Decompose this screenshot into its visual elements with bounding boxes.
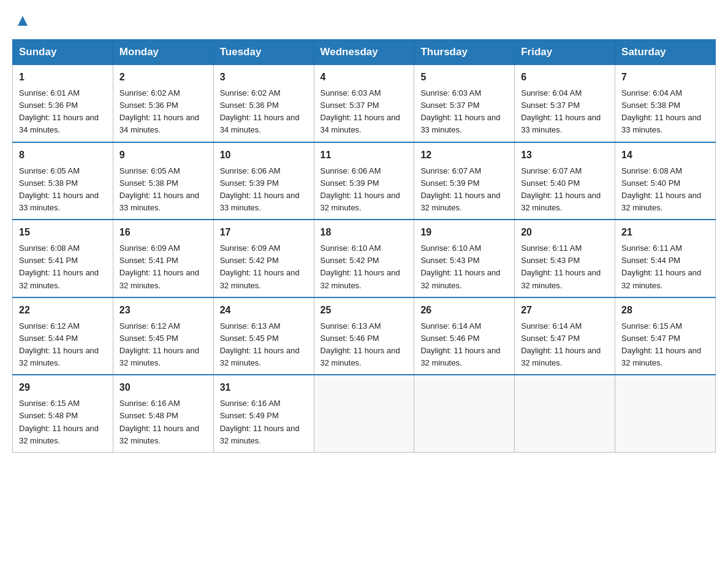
day-info: Sunrise: 6:03 AMSunset: 5:37 PMDaylight:… (320, 87, 408, 137)
calendar-day-cell: 30Sunrise: 6:16 AMSunset: 5:48 PMDayligh… (113, 375, 213, 452)
day-number: 25 (320, 303, 408, 318)
day-of-week-header: Wednesday (314, 40, 414, 65)
day-info: Sunrise: 6:16 AMSunset: 5:48 PMDaylight:… (119, 397, 207, 447)
day-number: 22 (19, 303, 107, 318)
calendar-day-cell: 31Sunrise: 6:16 AMSunset: 5:49 PMDayligh… (213, 375, 314, 452)
page-header (12, 12, 716, 28)
day-info: Sunrise: 6:12 AMSunset: 5:44 PMDaylight:… (19, 320, 107, 370)
day-info: Sunrise: 6:03 AMSunset: 5:37 PMDaylight:… (420, 87, 508, 137)
day-of-week-header: Friday (515, 40, 615, 65)
calendar-day-cell: 28Sunrise: 6:15 AMSunset: 5:47 PMDayligh… (615, 297, 716, 375)
day-number: 5 (420, 70, 508, 85)
day-number: 12 (420, 148, 508, 163)
day-number: 10 (220, 148, 308, 163)
day-of-week-header: Tuesday (213, 40, 314, 65)
calendar-week-row: 1Sunrise: 6:01 AMSunset: 5:36 PMDaylight… (13, 65, 716, 142)
calendar-day-cell (314, 375, 414, 452)
day-number: 29 (19, 380, 107, 395)
day-info: Sunrise: 6:09 AMSunset: 5:42 PMDaylight:… (220, 242, 308, 292)
day-info: Sunrise: 6:11 AMSunset: 5:44 PMDaylight:… (621, 242, 709, 292)
calendar-day-cell: 17Sunrise: 6:09 AMSunset: 5:42 PMDayligh… (213, 220, 314, 297)
day-number: 14 (621, 148, 709, 163)
day-number: 18 (320, 225, 408, 240)
day-info: Sunrise: 6:01 AMSunset: 5:36 PMDaylight:… (19, 87, 107, 137)
calendar-day-cell: 19Sunrise: 6:10 AMSunset: 5:43 PMDayligh… (414, 220, 515, 297)
svg-marker-0 (18, 16, 28, 26)
day-number: 6 (521, 70, 609, 85)
calendar-header-row: SundayMondayTuesdayWednesdayThursdayFrid… (13, 40, 716, 65)
calendar-day-cell: 26Sunrise: 6:14 AMSunset: 5:46 PMDayligh… (414, 297, 515, 375)
day-info: Sunrise: 6:04 AMSunset: 5:38 PMDaylight:… (621, 87, 709, 137)
day-info: Sunrise: 6:02 AMSunset: 5:36 PMDaylight:… (220, 87, 308, 137)
day-number: 2 (119, 70, 207, 85)
calendar-day-cell: 10Sunrise: 6:06 AMSunset: 5:39 PMDayligh… (213, 142, 314, 220)
day-number: 27 (521, 303, 609, 318)
day-number: 13 (521, 148, 609, 163)
calendar-week-row: 15Sunrise: 6:08 AMSunset: 5:41 PMDayligh… (13, 220, 716, 297)
calendar-day-cell: 14Sunrise: 6:08 AMSunset: 5:40 PMDayligh… (615, 142, 716, 220)
day-info: Sunrise: 6:16 AMSunset: 5:49 PMDaylight:… (220, 397, 308, 447)
calendar-day-cell (515, 375, 615, 452)
calendar-day-cell: 27Sunrise: 6:14 AMSunset: 5:47 PMDayligh… (515, 297, 615, 375)
day-number: 9 (119, 148, 207, 163)
day-number: 7 (621, 70, 709, 85)
day-info: Sunrise: 6:05 AMSunset: 5:38 PMDaylight:… (19, 165, 107, 215)
day-of-week-header: Thursday (414, 40, 515, 65)
day-number: 15 (19, 225, 107, 240)
calendar-day-cell: 3Sunrise: 6:02 AMSunset: 5:36 PMDaylight… (213, 65, 314, 142)
logo-triangle-icon (14, 11, 31, 28)
day-info: Sunrise: 6:11 AMSunset: 5:43 PMDaylight:… (521, 242, 609, 292)
calendar-day-cell: 8Sunrise: 6:05 AMSunset: 5:38 PMDaylight… (13, 142, 113, 220)
calendar-day-cell: 2Sunrise: 6:02 AMSunset: 5:36 PMDaylight… (113, 65, 213, 142)
day-number: 4 (320, 70, 408, 85)
day-number: 1 (19, 70, 107, 85)
calendar-week-row: 8Sunrise: 6:05 AMSunset: 5:38 PMDaylight… (13, 142, 716, 220)
logo (12, 12, 31, 28)
calendar-day-cell: 11Sunrise: 6:06 AMSunset: 5:39 PMDayligh… (314, 142, 414, 220)
day-info: Sunrise: 6:08 AMSunset: 5:41 PMDaylight:… (19, 242, 107, 292)
calendar-day-cell: 15Sunrise: 6:08 AMSunset: 5:41 PMDayligh… (13, 220, 113, 297)
day-info: Sunrise: 6:14 AMSunset: 5:46 PMDaylight:… (420, 320, 508, 370)
day-info: Sunrise: 6:04 AMSunset: 5:37 PMDaylight:… (521, 87, 609, 137)
calendar-day-cell: 6Sunrise: 6:04 AMSunset: 5:37 PMDaylight… (515, 65, 615, 142)
day-number: 19 (420, 225, 508, 240)
calendar-day-cell: 12Sunrise: 6:07 AMSunset: 5:39 PMDayligh… (414, 142, 515, 220)
calendar-week-row: 22Sunrise: 6:12 AMSunset: 5:44 PMDayligh… (13, 297, 716, 375)
calendar-day-cell: 1Sunrise: 6:01 AMSunset: 5:36 PMDaylight… (13, 65, 113, 142)
calendar-day-cell: 16Sunrise: 6:09 AMSunset: 5:41 PMDayligh… (113, 220, 213, 297)
day-number: 24 (220, 303, 308, 318)
day-info: Sunrise: 6:08 AMSunset: 5:40 PMDaylight:… (621, 165, 709, 215)
day-number: 30 (119, 380, 207, 395)
day-info: Sunrise: 6:07 AMSunset: 5:40 PMDaylight:… (521, 165, 609, 215)
calendar-day-cell: 24Sunrise: 6:13 AMSunset: 5:45 PMDayligh… (213, 297, 314, 375)
day-info: Sunrise: 6:15 AMSunset: 5:48 PMDaylight:… (19, 397, 107, 447)
day-info: Sunrise: 6:10 AMSunset: 5:42 PMDaylight:… (320, 242, 408, 292)
day-number: 26 (420, 303, 508, 318)
day-number: 8 (19, 148, 107, 163)
day-info: Sunrise: 6:10 AMSunset: 5:43 PMDaylight:… (420, 242, 508, 292)
day-info: Sunrise: 6:13 AMSunset: 5:46 PMDaylight:… (320, 320, 408, 370)
day-info: Sunrise: 6:12 AMSunset: 5:45 PMDaylight:… (119, 320, 207, 370)
calendar-day-cell: 7Sunrise: 6:04 AMSunset: 5:38 PMDaylight… (615, 65, 716, 142)
calendar-week-row: 29Sunrise: 6:15 AMSunset: 5:48 PMDayligh… (13, 375, 716, 452)
day-info: Sunrise: 6:07 AMSunset: 5:39 PMDaylight:… (420, 165, 508, 215)
calendar-day-cell: 20Sunrise: 6:11 AMSunset: 5:43 PMDayligh… (515, 220, 615, 297)
day-info: Sunrise: 6:13 AMSunset: 5:45 PMDaylight:… (220, 320, 308, 370)
day-info: Sunrise: 6:15 AMSunset: 5:47 PMDaylight:… (621, 320, 709, 370)
day-number: 11 (320, 148, 408, 163)
day-number: 16 (119, 225, 207, 240)
calendar-day-cell: 5Sunrise: 6:03 AMSunset: 5:37 PMDaylight… (414, 65, 515, 142)
calendar-day-cell: 4Sunrise: 6:03 AMSunset: 5:37 PMDaylight… (314, 65, 414, 142)
calendar-table: SundayMondayTuesdayWednesdayThursdayFrid… (12, 39, 716, 453)
day-of-week-header: Sunday (13, 40, 113, 65)
day-number: 28 (621, 303, 709, 318)
day-number: 31 (220, 380, 308, 395)
calendar-day-cell: 9Sunrise: 6:05 AMSunset: 5:38 PMDaylight… (113, 142, 213, 220)
day-info: Sunrise: 6:05 AMSunset: 5:38 PMDaylight:… (119, 165, 207, 215)
day-of-week-header: Monday (113, 40, 213, 65)
calendar-day-cell: 18Sunrise: 6:10 AMSunset: 5:42 PMDayligh… (314, 220, 414, 297)
day-number: 17 (220, 225, 308, 240)
day-info: Sunrise: 6:14 AMSunset: 5:47 PMDaylight:… (521, 320, 609, 370)
day-info: Sunrise: 6:09 AMSunset: 5:41 PMDaylight:… (119, 242, 207, 292)
day-number: 3 (220, 70, 308, 85)
